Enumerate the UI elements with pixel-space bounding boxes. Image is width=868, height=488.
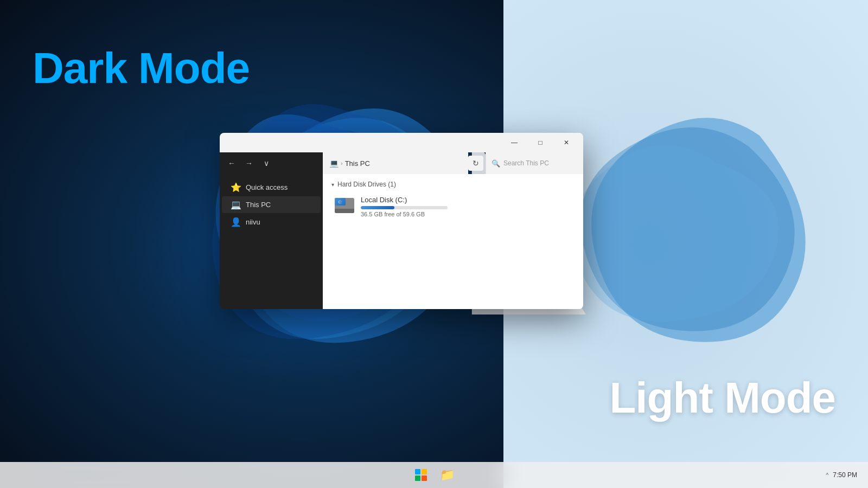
search-icon: 🔍: [492, 159, 500, 168]
breadcrumb-bar[interactable]: 💻 › This PC: [323, 152, 468, 174]
drive-icon-label: C:: [335, 198, 346, 206]
breadcrumb-separator: ›: [341, 160, 343, 166]
win-logo-br: [422, 476, 427, 481]
maximize-button[interactable]: □: [528, 133, 553, 152]
windows-logo: [415, 469, 427, 481]
search-area[interactable]: 🔍 Search This PC: [486, 152, 583, 174]
quick-access-icon: ⭐: [231, 182, 241, 192]
pc-icon: 💻: [329, 159, 339, 168]
minimize-button[interactable]: —: [502, 133, 527, 152]
taskbar-right: ^ 7:50 PM: [826, 471, 857, 479]
close-button[interactable]: ✕: [554, 133, 579, 152]
win-logo-bl: [415, 476, 420, 481]
file-explorer-button[interactable]: 📁: [436, 464, 458, 486]
drive-info: Local Disk (C:) 36.5 GB free of 59.6 GB: [361, 196, 572, 217]
this-pc-icon: 💻: [231, 200, 241, 210]
drive-name: Local Disk (C:): [361, 196, 572, 204]
forward-button[interactable]: →: [241, 156, 257, 171]
title-bar-buttons: — □ ✕: [502, 133, 579, 152]
drive-icon-body: C:: [335, 198, 354, 213]
drive-icon: C:: [334, 196, 355, 215]
start-button[interactable]: [410, 464, 432, 486]
breadcrumb-text: This PC: [345, 159, 370, 168]
sidebar-item-niivu[interactable]: 👤 niivu: [222, 214, 321, 230]
sidebar-item-quick-access[interactable]: ⭐ Quick access: [222, 179, 321, 196]
sidebar: ⭐ Quick access 💻 This PC 👤 niivu: [220, 174, 323, 309]
taskbar: 📁 ^ 7:50 PM: [0, 462, 868, 488]
nav-bar: ← → ∨ 💻 › This PC ↻ 🔍 Search This PC: [220, 152, 583, 174]
drive-size: 36.5 GB free of 59.6 GB: [361, 211, 572, 217]
sidebar-item-this-pc[interactable]: 💻 This PC: [222, 196, 321, 213]
win-logo-tr: [422, 469, 427, 474]
title-bar: — □ ✕: [220, 133, 583, 152]
section-title: Hard Disk Drives (1): [337, 181, 396, 188]
light-mode-label: Light Mode: [609, 373, 835, 423]
dark-mode-label: Dark Mode: [33, 43, 250, 93]
dropdown-button[interactable]: ∨: [259, 156, 274, 171]
drive-item-c[interactable]: C: Local Disk (C:) 36.5 GB free of 59.6 …: [331, 194, 575, 220]
drive-bar-container: [361, 206, 448, 209]
nav-left: ← → ∨: [220, 152, 323, 174]
taskbar-center: 📁: [410, 464, 458, 486]
section-header: ▾ Hard Disk Drives (1): [331, 181, 575, 188]
back-button[interactable]: ←: [224, 156, 239, 171]
refresh-button[interactable]: ↻: [468, 156, 483, 171]
file-explorer-window: — □ ✕ ← → ∨ 💻 › This PC ↻ 🔍 Search This …: [220, 133, 583, 309]
sidebar-item-label: niivu: [246, 218, 260, 226]
content-area: ⭐ Quick access 💻 This PC 👤 niivu ▾ Hard …: [220, 174, 583, 309]
drive-bar-fill: [361, 206, 394, 209]
section-arrow-icon: ▾: [331, 182, 334, 188]
search-placeholder: Search This PC: [503, 159, 549, 167]
taskbar-time: 7:50 PM: [833, 471, 857, 479]
main-content: ▾ Hard Disk Drives (1) C: Local Disk (C:…: [323, 174, 583, 309]
win-logo-tl: [415, 469, 420, 474]
folder-icon: 📁: [440, 468, 455, 482]
sidebar-item-label: This PC: [246, 201, 271, 209]
sidebar-item-label: Quick access: [246, 183, 288, 191]
system-tray-chevron[interactable]: ^: [826, 472, 829, 478]
user-icon: 👤: [231, 217, 241, 227]
